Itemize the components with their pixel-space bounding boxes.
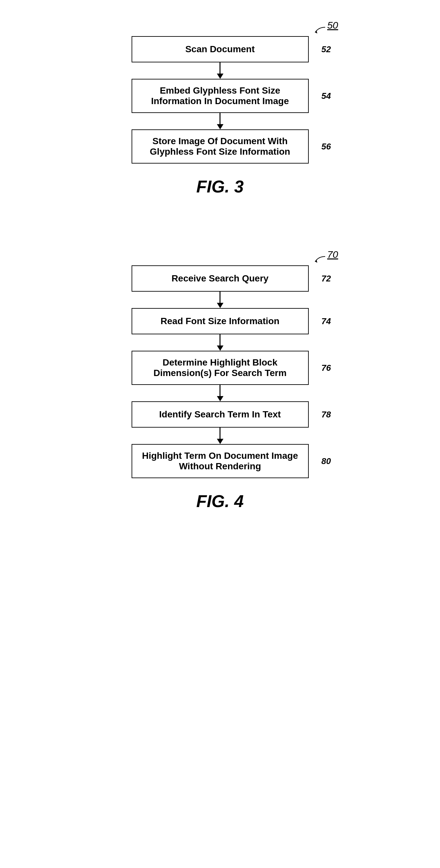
- box-store-image: Store Image Of Document With Glyphless F…: [132, 129, 309, 163]
- box-read-font-size: Read Font Size Information 74: [132, 308, 309, 334]
- fig4-section: 70 Receive Search Query 72: [0, 249, 440, 511]
- arrow-4: [217, 334, 224, 351]
- page-container: 50 Scan Document 52: [0, 0, 440, 868]
- arrow-5: [217, 385, 224, 401]
- fig3-diagram: 50 Scan Document 52: [132, 20, 309, 163]
- fig3-main-ref: 50: [327, 20, 338, 31]
- ref-80: 80: [321, 456, 331, 466]
- box-identify-term: Identify Search Term In Text 78: [132, 401, 309, 428]
- fig3-ref-arrow: [312, 26, 329, 35]
- box-receive-query: Receive Search Query 72: [132, 266, 309, 291]
- ref-56: 56: [321, 142, 331, 152]
- arrow-3: [217, 291, 224, 308]
- arrow-2: [217, 113, 224, 129]
- ref-72: 72: [321, 274, 331, 284]
- box-determine-highlight: Determine Highlight Block Dimension(s) F…: [132, 351, 309, 385]
- ref-78: 78: [321, 409, 331, 420]
- arrow-6: [217, 428, 224, 444]
- ref-74: 74: [321, 316, 331, 327]
- arrow-1: [217, 62, 224, 79]
- fig4-caption: FIG. 4: [196, 491, 243, 511]
- fig3-section: 50 Scan Document 52: [0, 20, 440, 196]
- fig4-main-ref: 70: [327, 249, 338, 260]
- box-highlight-term: Highlight Term On Document Image Without…: [132, 444, 309, 478]
- fig3-caption: FIG. 3: [196, 177, 243, 196]
- box-embed-font: Embed Glyphless Font Size Information In…: [132, 79, 309, 113]
- fig4-diagram: 70 Receive Search Query 72: [132, 249, 309, 478]
- ref-52: 52: [321, 44, 331, 55]
- fig4-ref-arrow: [312, 255, 329, 265]
- ref-76: 76: [321, 363, 331, 373]
- box-scan-document: Scan Document 52: [132, 36, 309, 62]
- ref-54: 54: [321, 91, 331, 101]
